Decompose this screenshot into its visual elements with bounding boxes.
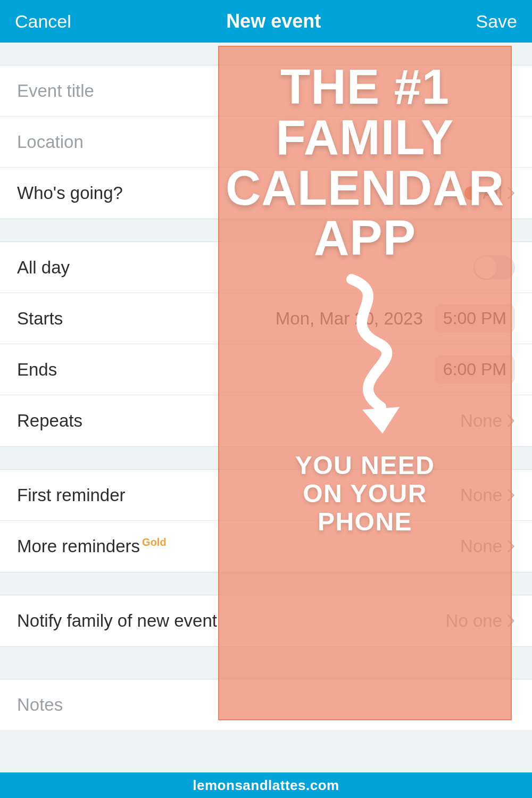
overlay-headline-line: THE #1 [226,62,504,112]
overlay-sub-line: ON YOUR [295,480,435,508]
cancel-button[interactable]: Cancel [15,11,71,32]
all-day-label: All day [17,257,70,278]
footer-site: lemonsandlattes.com [0,772,532,798]
promo-overlay: THE #1 FAMILY CALENDAR APP YOU NEED ON Y… [218,46,512,720]
squiggle-arrow-icon [320,274,410,446]
starts-label: Starts [17,309,63,329]
gold-badge: Gold [142,536,167,548]
overlay-headline-line: FAMILY [226,112,504,163]
overlay-subhead: YOU NEED ON YOUR PHONE [295,452,435,536]
ends-label: Ends [17,360,57,380]
overlay-sub-line: PHONE [295,508,435,536]
whos-going-label: Who's going? [17,183,123,203]
navbar: Cancel New event Save [0,0,532,43]
first-reminder-label: First reminder [17,485,126,505]
notify-label: Notify family of new event [17,611,217,631]
more-reminders-label: More remindersGold [17,536,167,556]
event-title-placeholder: Event title [17,81,94,101]
location-placeholder: Location [17,132,84,152]
overlay-headline: THE #1 FAMILY CALENDAR APP [226,62,504,263]
notes-placeholder: Notes [17,695,63,715]
overlay-sub-line: YOU NEED [295,452,435,480]
repeats-label: Repeats [17,411,82,431]
overlay-headline-line: CALENDAR [226,163,504,213]
screen: Cancel New event Save Event title Locati… [0,0,532,798]
overlay-headline-line: APP [226,213,504,263]
save-button[interactable]: Save [476,11,517,32]
page-title: New event [226,10,321,32]
more-reminders-text: More reminders [17,536,140,556]
